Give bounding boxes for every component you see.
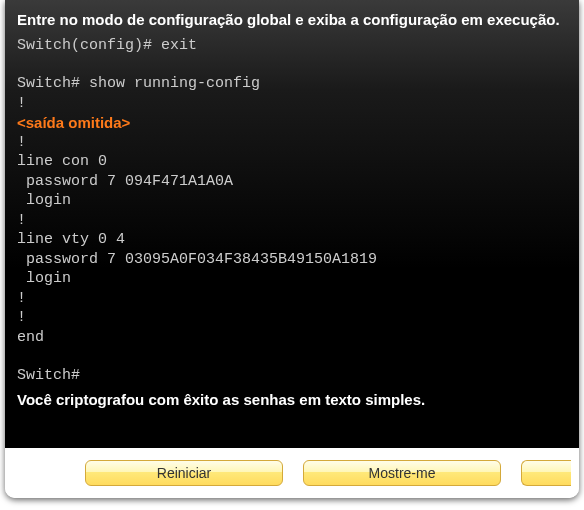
terminal-line: ! [17, 289, 567, 309]
terminal-line: login [17, 269, 567, 289]
terminal-line: password 7 094F471A1A0A [17, 172, 567, 192]
blank-line [17, 347, 567, 366]
show-me-button[interactable]: Mostre-me [303, 460, 501, 486]
terminal-line: line con 0 [17, 152, 567, 172]
terminal-line: end [17, 328, 567, 348]
terminal-line: ! [17, 308, 567, 328]
button-bar: Reiniciar Mostre-me [5, 448, 579, 498]
restart-button[interactable]: Reiniciar [85, 460, 283, 486]
terminal-line: Switch(config)# exit [17, 36, 567, 56]
terminal-line: password 7 03095A0F034F38435B49150A1819 [17, 250, 567, 270]
next-button-partial[interactable] [521, 460, 571, 486]
output-omitted-annotation: <saída omitida> [17, 113, 567, 133]
terminal-pane: Entre no modo de configuração global e e… [5, 0, 579, 448]
terminal-line: ! [17, 94, 567, 114]
terminal-line: login [17, 191, 567, 211]
terminal-line: line vty 0 4 [17, 230, 567, 250]
terminal-line: Switch# [17, 366, 567, 386]
terminal-line: ! [17, 133, 567, 153]
blank-line [17, 55, 567, 74]
terminal-line: ! [17, 211, 567, 231]
instruction-heading: Entre no modo de configuração global e e… [17, 10, 567, 30]
terminal-line: Switch# show running-config [17, 74, 567, 94]
success-message: Você criptografou com êxito as senhas em… [17, 390, 567, 410]
activity-window: Entre no modo de configuração global e e… [5, 0, 579, 498]
